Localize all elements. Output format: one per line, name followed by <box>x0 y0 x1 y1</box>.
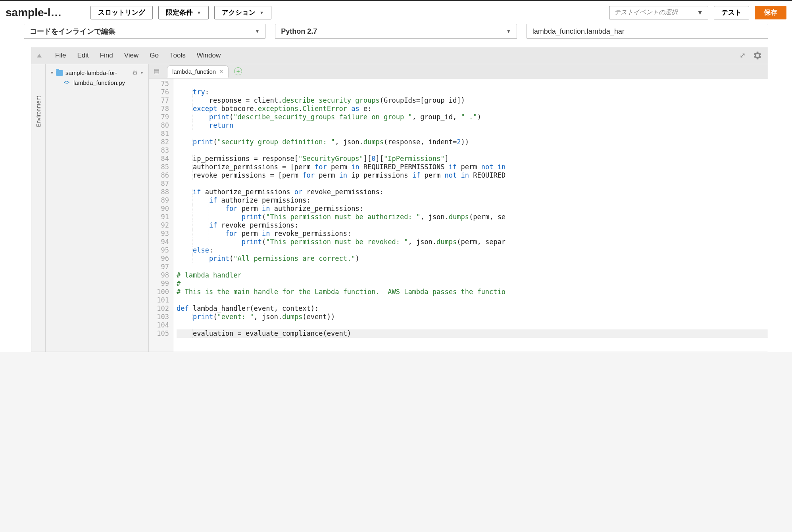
edit-mode-select[interactable]: コードをインラインで編集 ▼ <box>24 24 265 39</box>
menu-edit[interactable]: Edit <box>77 52 88 59</box>
chevron-down-icon: ▼ <box>697 9 703 16</box>
editor-menubar: File Edit Find View Go Tools Window ⤢ <box>31 47 768 64</box>
chevron-down-icon: ▼ <box>255 29 260 34</box>
handler-value: lambda_function.lambda_har <box>532 27 625 36</box>
menu-window[interactable]: Window <box>197 52 221 59</box>
code-pane[interactable]: 7576777879808182838485868788899091929394… <box>149 78 768 352</box>
root-folder-name: sample-lambda-for- <box>65 69 130 76</box>
menu-go[interactable]: Go <box>150 52 159 59</box>
fullscreen-icon[interactable]: ⤢ <box>740 51 745 60</box>
code-config-row: コードをインラインで編集 ▼ Python 2.7 ▼ lambda_funct… <box>0 24 792 47</box>
menu-find[interactable]: Find <box>100 52 113 59</box>
edit-mode-label: コードをインラインで編集 <box>30 27 115 36</box>
test-button[interactable]: テスト <box>714 6 749 19</box>
tree-file[interactable]: <> lambda_function.py <box>49 77 145 88</box>
actions-dropdown[interactable]: アクション ▼ <box>214 6 271 19</box>
code-text[interactable]: try: response = client.describe_security… <box>173 78 768 352</box>
function-name: sample-l… <box>6 6 85 19</box>
add-tab-button[interactable]: + <box>234 67 242 75</box>
line-gutter: 7576777879808182838485868788899091929394… <box>149 78 173 352</box>
chevron-down-icon: ▼ <box>506 29 511 34</box>
gear-icon[interactable]: ⚙ <box>132 69 138 77</box>
tab-list-icon[interactable]: ▤ <box>150 67 162 75</box>
qualifiers-label: 限定条件 <box>166 8 193 17</box>
tab-label: lambda_function <box>172 68 216 75</box>
actions-label: アクション <box>222 8 256 17</box>
disclosure-triangle-icon[interactable] <box>50 72 54 74</box>
file-name: lambda_function.py <box>73 79 125 86</box>
save-button[interactable]: 保存 <box>755 6 786 19</box>
test-event-placeholder: テストイベントの選択 <box>614 8 678 17</box>
close-icon[interactable]: ✕ <box>219 69 223 75</box>
chevron-down-icon: ▼ <box>260 10 264 15</box>
top-toolbar: sample-l… スロットリング 限定条件 ▼ アクション ▼ テストイベント… <box>0 0 792 24</box>
handler-input[interactable]: lambda_function.lambda_har <box>527 24 768 39</box>
test-event-select[interactable]: テストイベントの選択 ▼ <box>609 6 708 19</box>
throttling-label: スロットリング <box>98 8 145 17</box>
python-file-icon: <> <box>63 79 70 86</box>
environment-label: Environment <box>35 96 42 127</box>
throttling-button[interactable]: スロットリング <box>90 6 153 19</box>
chevron-down-icon: ▼ <box>197 10 201 15</box>
menu-file[interactable]: File <box>55 52 66 59</box>
runtime-label: Python 2.7 <box>281 27 317 36</box>
runtime-select[interactable]: Python 2.7 ▼ <box>275 24 517 39</box>
chevron-down-icon[interactable]: ▼ <box>140 71 144 75</box>
file-tree: sample-lambda-for- ⚙ ▼ <> lambda_functio… <box>46 64 149 352</box>
qualifiers-dropdown[interactable]: 限定条件 ▼ <box>158 6 209 19</box>
tab-lambda-function[interactable]: lambda_function ✕ <box>167 65 229 78</box>
save-label: 保存 <box>764 8 777 17</box>
menu-view[interactable]: View <box>124 52 139 59</box>
tree-root-folder[interactable]: sample-lambda-for- ⚙ ▼ <box>49 68 145 77</box>
editor-tabs: ▤ lambda_function ✕ + <box>149 64 768 78</box>
menu-tools[interactable]: Tools <box>170 52 186 59</box>
test-label: テスト <box>721 8 742 17</box>
folder-icon <box>56 70 63 76</box>
collapse-up-icon[interactable] <box>37 54 42 57</box>
code-editor: File Edit Find View Go Tools Window ⤢ En… <box>31 47 768 352</box>
gear-icon[interactable] <box>752 50 762 61</box>
environment-tab[interactable]: Environment <box>31 64 46 352</box>
